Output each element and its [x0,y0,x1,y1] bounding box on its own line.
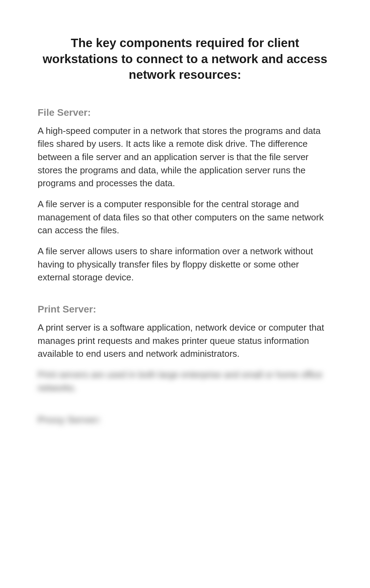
section-heading-proxy-server-blurred: Proxy Server: [38,414,332,425]
paragraph-text: A print server is a software application… [38,321,332,361]
paragraph-text: A high-speed computer in a network that … [38,125,332,190]
section-heading-file-server: File Server: [38,107,332,118]
document-title: The key components required for client w… [38,35,332,83]
paragraph-text: A file server is a computer responsible … [38,198,332,237]
blurred-paragraph: Print servers are used in both large ent… [38,368,332,394]
paragraph-text: A file server allows users to share info… [38,245,332,284]
section-heading-print-server: Print Server: [38,304,332,315]
